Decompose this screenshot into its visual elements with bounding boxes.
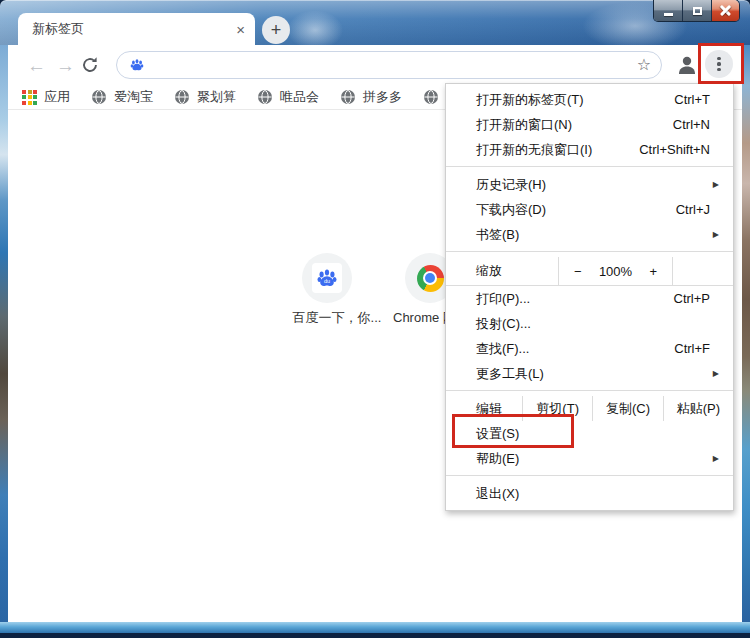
baidu-favicon	[129, 57, 145, 73]
menu-separator	[446, 166, 733, 167]
close-icon	[719, 4, 732, 17]
menu-separator	[446, 475, 733, 476]
menu-item-exit[interactable]: 退出(X)	[446, 481, 733, 506]
apps-label: 应用	[44, 88, 70, 106]
title-bar: 新标签页 × +	[0, 0, 750, 45]
minimize-icon	[664, 13, 673, 16]
tab-close-icon[interactable]: ×	[236, 22, 245, 37]
apps-grid-icon	[22, 90, 37, 105]
close-button[interactable]	[712, 0, 739, 21]
address-bar[interactable]: ☆	[116, 51, 662, 79]
shortcut-label: Ctrl+F	[674, 341, 719, 356]
menu-item-find[interactable]: 查找(F)... Ctrl+F	[446, 336, 733, 361]
shortcut-label: Ctrl+Shift+N	[639, 142, 719, 157]
submenu-arrow-icon: ▶	[713, 230, 719, 239]
tab-new-tab-page[interactable]: 新标签页 ×	[18, 13, 255, 45]
menu-item-print[interactable]: 打印(P)... Ctrl+P	[446, 286, 733, 311]
minimize-button[interactable]	[654, 0, 683, 21]
annotation-box-settings	[452, 414, 574, 448]
submenu-arrow-icon: ▶	[713, 454, 719, 463]
maximize-button[interactable]	[683, 0, 712, 21]
zoom-label: 缩放	[446, 257, 558, 285]
menu-item-help[interactable]: 帮助(E) ▶	[446, 446, 733, 471]
globe-icon	[340, 89, 356, 105]
shortcut-label: Ctrl+P	[674, 291, 719, 306]
submenu-arrow-icon: ▶	[713, 180, 719, 189]
svg-text:du: du	[324, 278, 330, 284]
bookmark-item[interactable]: 唯品会	[257, 88, 319, 106]
baidu-icon: du	[312, 263, 342, 293]
shortcut-tile-baidu[interactable]: du	[302, 253, 352, 303]
browser-window: 新标签页 × + ← → ☆	[0, 0, 750, 638]
menu-item-new-incognito-window[interactable]: 打开新的无痕窗口(I) Ctrl+Shift+N	[446, 137, 733, 162]
profile-avatar-icon[interactable]	[675, 53, 699, 81]
menu-item-new-tab[interactable]: 打开新的标签页(T) Ctrl+T	[446, 87, 733, 112]
shortcut-label: Ctrl+J	[676, 202, 719, 217]
menu-zoom-row: 缩放 − 100% +	[446, 257, 733, 286]
fullscreen-button[interactable]	[673, 257, 733, 285]
window-frame-right	[742, 45, 750, 622]
annotation-box-menu-button	[698, 43, 744, 84]
globe-icon	[174, 89, 190, 105]
bookmark-item[interactable]: 拼多多	[340, 88, 402, 106]
forward-icon[interactable]: →	[56, 56, 75, 75]
menu-separator	[446, 251, 733, 252]
fullscreen-icon	[697, 265, 710, 278]
window-frame-left	[0, 45, 8, 622]
window-frame-bottom	[0, 622, 750, 633]
apps-shortcut[interactable]: 应用	[22, 88, 70, 106]
reload-icon[interactable]	[81, 56, 99, 78]
bookmark-item[interactable]: 爱淘宝	[91, 88, 153, 106]
new-tab-button[interactable]: +	[262, 16, 290, 44]
submenu-arrow-icon: ▶	[713, 369, 719, 378]
menu-item-downloads[interactable]: 下载内容(D) Ctrl+J	[446, 197, 733, 222]
maximize-icon	[693, 7, 702, 15]
shortcut-label-baidu: 百度一下，你...	[282, 309, 392, 327]
menu-item-more-tools[interactable]: 更多工具(L) ▶	[446, 361, 733, 386]
menu-separator	[446, 390, 733, 391]
address-bar-input[interactable]	[153, 57, 637, 74]
zoom-out-button[interactable]: −	[574, 264, 582, 279]
globe-icon	[423, 89, 439, 105]
chrome-icon	[417, 265, 444, 292]
plus-icon: +	[271, 21, 282, 39]
zoom-value: 100%	[599, 264, 632, 279]
globe-icon	[257, 89, 273, 105]
menu-item-new-window[interactable]: 打开新的窗口(N) Ctrl+N	[446, 112, 733, 137]
menu-item-paste[interactable]: 粘贴(P)	[663, 396, 733, 421]
menu-item-history[interactable]: 历史记录(H) ▶	[446, 172, 733, 197]
window-caption-buttons	[654, 0, 739, 21]
shortcut-label: Ctrl+N	[673, 117, 719, 132]
menu-item-copy[interactable]: 复制(C)	[592, 396, 662, 421]
zoom-in-button[interactable]: +	[649, 264, 657, 279]
bookmark-item[interactable]: 聚划算	[174, 88, 236, 106]
shortcut-label: Ctrl+T	[674, 92, 719, 107]
back-icon[interactable]: ←	[27, 56, 46, 75]
menu-item-cast[interactable]: 投射(C)...	[446, 311, 733, 336]
globe-icon	[91, 89, 107, 105]
menu-item-bookmarks[interactable]: 书签(B) ▶	[446, 222, 733, 247]
bookmark-star-icon[interactable]: ☆	[637, 57, 651, 73]
tab-title: 新标签页	[32, 20, 236, 38]
navigation-toolbar: ← → ☆	[8, 45, 742, 85]
